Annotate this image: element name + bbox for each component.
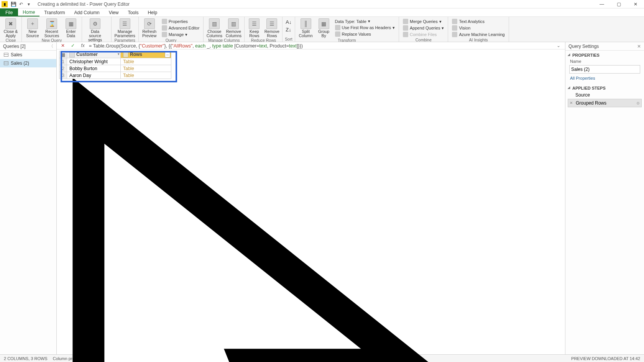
column-filter-dropdown[interactable]: ▾ — [118, 52, 120, 56]
column-header-customer[interactable]: Customer ▾ — [67, 51, 121, 58]
cell-customer[interactable]: Aaron Day — [67, 72, 121, 79]
formula-expand-button[interactable]: ⌄ — [554, 43, 563, 48]
cell-customer[interactable]: Bobby Burton — [67, 65, 121, 72]
manage-parameters-label: ManageParameters — [114, 29, 135, 38]
query-item-sales-2[interactable]: Sales (2) — [0, 59, 56, 67]
applied-steps-list: Source ✕ Grouped Rows ⚙ — [565, 91, 644, 107]
status-preview-time: PREVIEW DOWNLOADED AT 14:42 — [571, 356, 640, 361]
vision-button[interactable]: Vision — [450, 25, 506, 31]
combine-files-button: Combine Files — [401, 31, 446, 38]
split-column-button[interactable]: ║SplitColumn — [297, 18, 314, 38]
query-item-sales[interactable]: Sales — [0, 51, 56, 59]
qat-dropdown[interactable]: ▾ — [25, 1, 32, 8]
minimize-button[interactable]: — — [593, 0, 610, 8]
row-index-header[interactable]: ▦ — [59, 51, 67, 58]
append-queries-button[interactable]: Append Queries ▾ — [401, 25, 446, 31]
formula-cancel-button[interactable]: ✕ — [59, 42, 67, 49]
enter-data-label: EnterData — [66, 29, 76, 38]
undo-button[interactable]: ↶ — [18, 1, 25, 8]
sort-asc-button[interactable]: A↓ — [285, 18, 292, 26]
group-by-icon: ▦ — [319, 18, 329, 29]
ribbon-group-combine: Merge Queries ▾ Append Queries ▾ Combine… — [399, 17, 449, 42]
cell-allrows[interactable]: Table — [121, 72, 171, 79]
properties-button[interactable]: Properties — [160, 18, 201, 25]
query-item-label: Sales — [11, 52, 22, 57]
row-index: 1 — [59, 58, 67, 65]
recent-sources-button[interactable]: ⌛RecentSources — [43, 18, 60, 38]
tab-add-column[interactable]: Add Column — [70, 8, 104, 16]
applied-steps-section-header[interactable]: APPLIED STEPS — [565, 84, 644, 91]
merge-queries-button[interactable]: Merge Queries ▾ — [401, 18, 446, 25]
keep-rows-button[interactable]: ☰KeepRows — [247, 18, 261, 38]
remove-columns-label: RemoveColumns — [226, 29, 242, 38]
applied-step-source[interactable]: Source — [568, 91, 642, 99]
window-controls: — ▢ ✕ — [593, 0, 644, 8]
enter-data-button[interactable]: ▦EnterData — [62, 18, 79, 38]
cell-customer[interactable]: Christopher Wright — [67, 58, 121, 65]
table-row[interactable]: 2 Bobby Burton Table — [59, 65, 171, 72]
cell-allrows[interactable]: Table — [121, 65, 171, 72]
tab-file[interactable]: File — [0, 8, 18, 16]
refresh-preview-button[interactable]: ⟳RefreshPreview — [141, 18, 158, 38]
first-row-headers-button[interactable]: Use First Row as Headers ▾ — [334, 25, 396, 31]
choose-columns-button[interactable]: ▥ChooseColumns — [206, 18, 223, 38]
window-title: Creating a delimited list - Power Query … — [38, 2, 130, 7]
remove-rows-button[interactable]: ☰RemoveRows — [264, 18, 280, 38]
delete-step-icon[interactable]: ✕ — [570, 101, 574, 105]
sort-desc-button[interactable]: Z↓ — [285, 26, 292, 33]
ribbon-group-ai-insights: Text Analytics Vision Azure Machine Lear… — [448, 17, 509, 42]
tab-tools[interactable]: Tools — [123, 8, 143, 16]
column-header-allrows[interactable]: Rows ↔ — [121, 51, 171, 58]
properties-section-header[interactable]: PROPERTIES — [565, 51, 644, 58]
advanced-editor-button[interactable]: Advanced Editor — [160, 25, 201, 31]
tab-help[interactable]: Help — [143, 8, 162, 16]
data-grid[interactable]: ▦ Customer ▾ Rows ↔ 1 Christ — [59, 51, 171, 79]
table-row[interactable]: 1 Christopher Wright Table — [59, 58, 171, 65]
applied-step-grouped-rows[interactable]: ✕ Grouped Rows ⚙ — [568, 99, 642, 107]
data-grid-wrap: ▦ Customer ▾ Rows ↔ 1 Christ — [57, 49, 565, 362]
save-button[interactable]: 💾 — [10, 1, 17, 8]
group-by-button[interactable]: ▦GroupBy — [317, 18, 331, 38]
ribbon-group-reduce-rows: ☰KeepRows ☰RemoveRows Reduce Rows — [245, 17, 283, 42]
title-bar: ▮ 💾 ↶ ▾ Creating a delimited list - Powe… — [0, 0, 644, 8]
split-column-icon: ║ — [301, 18, 311, 29]
table-row[interactable]: 3 Aaron Day Table — [59, 72, 171, 79]
close-apply-button[interactable]: ✖Close &Apply — [2, 18, 19, 38]
maximize-button[interactable]: ▢ — [610, 0, 627, 8]
replace-values-button[interactable]: Replace Values — [334, 31, 396, 37]
new-source-button[interactable]: ＋NewSource — [24, 18, 41, 38]
refresh-preview-label: RefreshPreview — [142, 29, 156, 38]
text-analytics-button[interactable]: Text Analytics — [450, 18, 506, 25]
all-properties-link[interactable]: All Properties — [565, 75, 644, 84]
query-name-input[interactable] — [569, 65, 640, 74]
azure-ml-button[interactable]: Azure Machine Learning — [450, 31, 506, 38]
step-settings-icon[interactable]: ⚙ — [636, 101, 640, 105]
step-label: Grouped Rows — [576, 100, 606, 106]
tab-transform[interactable]: Transform — [39, 8, 69, 16]
queries-collapse-button[interactable]: 〈 — [49, 43, 53, 49]
remove-columns-button[interactable]: ▥RemoveColumns — [225, 18, 242, 38]
manage-parameters-button[interactable]: ☰ManageParameters — [114, 18, 136, 38]
recent-sources-label: RecentSources — [44, 29, 59, 38]
keep-rows-label: KeepRows — [249, 29, 259, 38]
data-source-settings-icon: ⚙ — [90, 18, 100, 29]
ribbon-group-parameters: ☰ManageParameters Parameters — [112, 17, 139, 42]
tab-home[interactable]: Home — [18, 8, 39, 16]
query-item-label: Sales (2) — [11, 61, 29, 66]
azure-ml-icon — [452, 32, 457, 37]
new-source-label: NewSource — [26, 29, 39, 38]
formula-commit-button[interactable]: ✓ — [69, 42, 77, 49]
data-source-settings-button[interactable]: ⚙Data sourcesettings — [84, 18, 106, 42]
choose-columns-label: ChooseColumns — [207, 29, 222, 38]
close-window-button[interactable]: ✕ — [627, 0, 644, 8]
formula-input[interactable]: = Table.Group(Source, {"Customer"}, {{"A… — [89, 43, 552, 49]
expand-column-button[interactable]: ↔ — [165, 52, 170, 57]
tab-view[interactable]: View — [104, 8, 123, 16]
manage-button[interactable]: Manage ▾ — [160, 31, 201, 38]
cell-allrows[interactable]: Table — [121, 58, 171, 65]
app-icon: ▮ — [2, 1, 8, 7]
close-settings-button[interactable]: ✕ — [637, 44, 641, 49]
group-by-label: GroupBy — [318, 29, 329, 38]
data-type-button[interactable]: Data Type: Table ▾ — [334, 18, 396, 24]
refresh-preview-icon: ⟳ — [144, 18, 155, 29]
